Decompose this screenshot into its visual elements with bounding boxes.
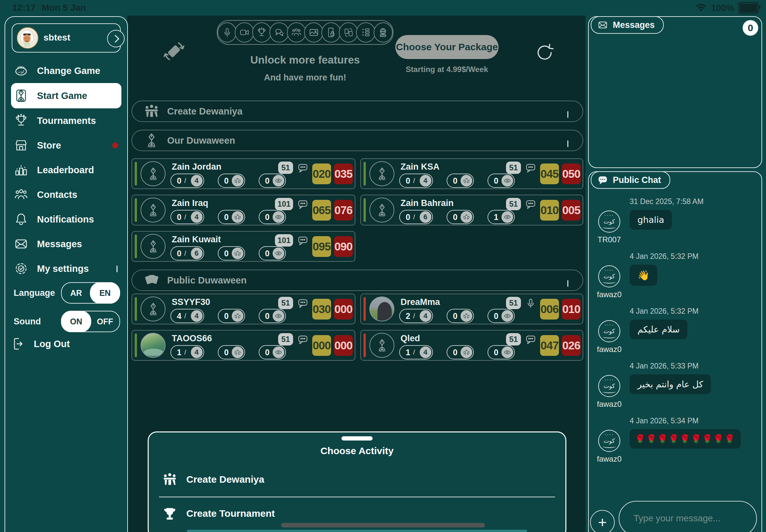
sidebar-item-my-settings[interactable]: My settings: [5, 256, 127, 281]
public-duwaween-section-header[interactable]: Public Duwaween: [131, 270, 583, 291]
sidebar-item-messages[interactable]: Messages: [5, 232, 127, 256]
avatar[interactable]: كوت: [598, 430, 620, 452]
room-mic-icon[interactable]: [525, 297, 537, 309]
room-chat-icon[interactable]: [297, 334, 309, 345]
people-table-icon: [143, 103, 160, 120]
room-avatar: [369, 198, 395, 223]
profile-expand-button[interactable]: [107, 30, 125, 47]
room-card-dreamma[interactable]: DreaMma 2/4 0 0 51 006010: [360, 294, 583, 324]
avatar[interactable]: كوت: [598, 211, 620, 233]
modal-option-create-tournament[interactable]: Create Tournament: [162, 502, 553, 525]
user-profile-card[interactable]: sbtest: [12, 23, 121, 53]
room-players-pill: 0/4: [399, 174, 433, 188]
app-root: 12:17 Mon 5 Jan 100% Unlock more feature…: [0, 0, 766, 532]
room-chat-icon[interactable]: [297, 162, 309, 174]
room-accent-bar: [135, 333, 137, 357]
room-chat-icon[interactable]: [297, 297, 309, 309]
chat-message: 4 Jan 2026, 5:34 PM كوت fawaz0 🌹🌹🌹🌹🌹🌹🌹🌹🌹: [589, 417, 761, 464]
eye-icon: [273, 211, 284, 223]
promo-subheading: And have more fun!: [208, 73, 403, 83]
score-team2: 076: [334, 200, 353, 221]
message-timestamp: 4 Jan 2026, 5:32 PM: [630, 307, 761, 316]
room-spectators-pill: 0: [259, 345, 286, 359]
public-chat-header[interactable]: Public Chat: [591, 171, 670, 189]
game-target-badge: 51: [278, 162, 293, 174]
cheers-icon: [232, 310, 243, 322]
language-toggle[interactable]: AR EN: [61, 282, 120, 304]
messages-panel-header[interactable]: Messages: [591, 16, 664, 34]
our-duwaween-list: Zain Jordan 0/4 0 0 51 020035 Zain KSA 0…: [131, 158, 583, 262]
section-title: Our Duwaween: [167, 135, 235, 146]
room-players-pill: 0/4: [170, 174, 204, 188]
room-card-taoos66[interactable]: TAOOS66 1/4 0 0 51 000000: [131, 330, 355, 361]
room-chat-icon[interactable]: [525, 199, 537, 210]
logout-button[interactable]: Log Out: [12, 336, 70, 351]
modal-option-create-dewaniya[interactable]: Create Dewaniya: [162, 468, 553, 491]
room-spectators-pill: 0: [488, 309, 515, 323]
add-attachment-button[interactable]: +: [590, 510, 615, 532]
refresh-button[interactable]: [534, 42, 555, 63]
room-card-zain-bahrain[interactable]: Zain Bahrain 0/6 0 1 51 010005: [360, 195, 583, 225]
chevron-up-icon[interactable]: [567, 111, 568, 117]
sidebar-item-notifications[interactable]: Notifications: [5, 207, 127, 232]
room-spectators-pill: 0: [259, 210, 286, 224]
avatar[interactable]: كوت: [598, 320, 620, 342]
section-title: Public Duwaween: [167, 275, 247, 286]
sidebar-item-start-game[interactable]: Start Game: [11, 83, 121, 108]
sidebar-item-store[interactable]: Store: [5, 133, 127, 158]
room-name: Zain Jordan: [172, 162, 221, 172]
message-timestamp: 31 Dec 2025, 7:58 AM: [630, 197, 761, 206]
eye-icon: [273, 346, 284, 358]
room-card-qled[interactable]: Qled 1/4 0 0 51 047026: [360, 330, 583, 361]
room-chat-icon[interactable]: [297, 235, 309, 247]
sidebar-item-contacts[interactable]: Contacts: [5, 182, 127, 207]
chevron-up-icon: [116, 266, 117, 272]
eye-icon: [502, 211, 513, 223]
room-card-zain-jordan[interactable]: Zain Jordan 0/4 0 0 51 020035: [131, 158, 355, 189]
create-dewaniya-section-header[interactable]: Create Dewaniya: [131, 101, 583, 122]
promo-heading: Unlock more features: [208, 54, 403, 66]
room-card-ssyyf30[interactable]: SSYYF30 4/4 0 0 51 030000: [131, 294, 355, 324]
room-card-zain-ksa[interactable]: Zain KSA 0/4 0 0 51 045050: [360, 158, 583, 189]
room-name: Qled: [401, 333, 420, 344]
cheers-icon: [461, 211, 472, 223]
language-option-en[interactable]: EN: [90, 282, 120, 304]
modal-title: Choose Activity: [149, 445, 565, 456]
room-accent-bar: [363, 297, 366, 321]
language-option-ar[interactable]: AR: [62, 283, 91, 303]
room-card-zain-iraq[interactable]: Zain Iraq 0/4 0 0 101 065076: [131, 195, 355, 225]
chat-message-input[interactable]: [619, 501, 757, 532]
room-players-pill: 0/6: [170, 246, 204, 260]
status-date: Mon 5 Jan: [42, 3, 86, 13]
sound-option-off[interactable]: OFF: [91, 311, 119, 332]
home-indicator[interactable]: [281, 523, 485, 527]
room-chat-icon[interactable]: [297, 199, 309, 210]
modal-scroll-indicator[interactable]: [187, 530, 527, 532]
sidebar-item-tournaments[interactable]: Tournaments: [5, 108, 127, 133]
choose-package-button[interactable]: Choose Your Package: [395, 35, 499, 59]
avatar[interactable]: كوت: [598, 265, 620, 287]
score-team1: 000: [312, 335, 331, 356]
sidebar-item-change-game[interactable]: كوت Change Game: [5, 58, 127, 83]
contacts-icon: [14, 187, 29, 202]
sidebar-item-leaderboard[interactable]: Leaderboard: [5, 158, 127, 182]
game-target-badge: 51: [506, 297, 521, 309]
drag-handle[interactable]: [341, 436, 372, 441]
room-name: TAOOS66: [172, 333, 212, 344]
message-timestamp: 4 Jan 2026, 5:32 PM: [630, 252, 761, 261]
room-chat-icon[interactable]: [525, 162, 537, 174]
avatar[interactable]: كوت: [598, 375, 620, 397]
chevron-down-icon[interactable]: [567, 140, 568, 146]
our-duwaween-section-header[interactable]: Our Duwaween: [131, 130, 583, 151]
score-team2: 000: [334, 299, 353, 320]
kout-logo-icon: كوت: [14, 63, 29, 78]
score-team1: 095: [312, 236, 331, 257]
game-target-badge: 51: [506, 162, 521, 174]
room-card-zain-kuwait[interactable]: Zain Kuwait 0/6 0 0 101 095090: [131, 231, 355, 262]
eye-icon: [273, 310, 284, 322]
sound-toggle[interactable]: ON OFF: [61, 311, 120, 332]
chevron-down-icon[interactable]: [567, 280, 568, 286]
message-bubble: ghalia: [630, 210, 672, 230]
room-chat-icon[interactable]: [525, 334, 537, 345]
sound-option-on[interactable]: ON: [61, 311, 91, 332]
